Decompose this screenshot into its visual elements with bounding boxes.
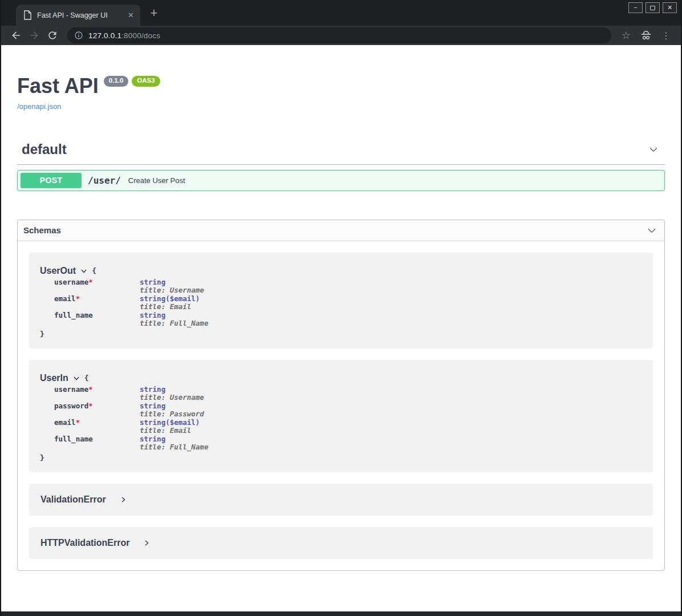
model-userin-header[interactable]: UserIn { [40, 373, 642, 383]
model-name: UserOut [40, 266, 76, 276]
page-favicon-icon [23, 10, 32, 20]
reload-icon[interactable] [47, 30, 58, 41]
property-row: full_name string [54, 311, 642, 320]
close-brace: } [40, 330, 642, 338]
api-info: Fast API 0.1.0 OAS3 /openapi.json [17, 75, 665, 111]
property-row: username* string [54, 278, 642, 287]
property-type: string [140, 311, 165, 320]
required-mark: * [88, 385, 93, 394]
property-name: email* [54, 295, 140, 303]
endpoint-summary: Create User Post [128, 176, 185, 185]
property-name: full_name [54, 435, 140, 444]
chevron-right-icon[interactable] [143, 540, 150, 546]
property-type: string [140, 435, 165, 444]
required-mark: * [88, 402, 93, 410]
property-type: string($email) [140, 419, 200, 427]
property-name: email* [54, 419, 140, 427]
browser-window: Fast API - Swagger UI ✕ + − ✕ 127.0.0.1:… [0, 0, 682, 616]
required-mark: * [76, 418, 80, 427]
method-badge: POST [21, 173, 82, 188]
property-title: title: Full_Name [140, 319, 642, 328]
page-content: Fast API 0.1.0 OAS3 /openapi.json defaul… [1, 45, 681, 611]
schemas-title: Schemas [23, 225, 61, 235]
schemas-section: Schemas UserOut { [17, 220, 665, 571]
model-validationerror-header[interactable]: ValidationError [40, 495, 642, 505]
property-name: username* [54, 386, 140, 394]
tag-section-default[interactable]: default [17, 139, 665, 165]
endpoint-post-user[interactable]: POST /user/ Create User Post [17, 170, 665, 191]
model-name: HTTPValidationError [40, 538, 129, 548]
url-text: 127.0.0.1:8000/docs [88, 31, 160, 40]
minimize-icon: − [634, 5, 637, 11]
property-name: password* [54, 402, 140, 411]
model-userin: UserIn { username* string title: User [29, 360, 653, 472]
model-toggle-chevron-down-icon[interactable] [80, 268, 87, 274]
endpoint-path: /user/ [88, 175, 121, 186]
tab-strip: Fast API - Swagger UI ✕ + − ✕ [0, 0, 682, 26]
chevron-down-icon[interactable] [648, 144, 659, 155]
property-name: username* [54, 278, 140, 287]
bookmark-star-icon[interactable]: ☆ [622, 29, 631, 42]
property-row: full_name string [54, 435, 642, 444]
url-host: 127.0.0.1 [88, 31, 121, 40]
model-userout: UserOut { username* string title: Use [29, 253, 653, 348]
maximize-button[interactable] [646, 2, 660, 13]
oas3-badge: OAS3 [132, 76, 160, 87]
property-title: title: Email [140, 427, 642, 435]
property-title: title: Full_Name [140, 443, 642, 452]
site-info-icon[interactable] [74, 31, 83, 40]
model-name: ValidationError [40, 495, 106, 505]
property-row: username* string [54, 386, 642, 394]
property-type: string [140, 278, 165, 287]
tag-name: default [22, 141, 67, 157]
chevron-right-icon[interactable] [120, 496, 127, 503]
incognito-icon [640, 30, 652, 41]
tab-close-icon[interactable]: ✕ [127, 11, 135, 19]
open-brace: { [92, 266, 96, 275]
minimize-button[interactable]: − [628, 2, 643, 13]
window-bottom-border [0, 611, 682, 616]
tab-title: Fast API - Swagger UI [37, 11, 121, 19]
address-bar[interactable]: 127.0.0.1:8000/docs [67, 27, 611, 43]
property-row: email* string($email) [54, 295, 642, 303]
property-title: title: Email [140, 303, 642, 311]
close-icon: ✕ [667, 5, 672, 11]
back-icon[interactable] [10, 30, 22, 41]
property-row: password* string [54, 402, 642, 411]
required-mark: * [88, 278, 93, 286]
property-type: string($email) [140, 295, 200, 303]
window-border-left [0, 0, 1, 616]
browser-menu-icon[interactable]: ⋮ [661, 30, 671, 41]
model-httpvalidationerror-header[interactable]: HTTPValidationError [40, 538, 642, 548]
model-validationerror: ValidationError [29, 484, 653, 516]
page-title: Fast API [17, 75, 99, 97]
maximize-icon [650, 6, 655, 10]
version-badge: 0.1.0 [104, 76, 129, 87]
property-row: email* string($email) [54, 419, 642, 427]
model-httpvalidationerror: HTTPValidationError [29, 527, 653, 559]
model-name: UserIn [40, 373, 68, 383]
model-toggle-chevron-down-icon[interactable] [73, 375, 80, 382]
required-mark: * [76, 294, 80, 303]
browser-toolbar: 127.0.0.1:8000/docs ☆ ⋮ [0, 26, 682, 45]
property-type: string [140, 386, 165, 394]
openapi-json-link[interactable]: /openapi.json [17, 102, 61, 111]
open-brace: { [84, 374, 89, 382]
property-name: full_name [54, 311, 140, 320]
property-title: title: Username [140, 394, 642, 402]
forward-icon[interactable] [29, 30, 40, 41]
property-title: title: Username [140, 286, 642, 295]
new-tab-button[interactable]: + [147, 6, 161, 20]
browser-tab[interactable]: Fast API - Swagger UI ✕ [16, 5, 140, 26]
close-button[interactable]: ✕ [663, 2, 677, 13]
window-controls: − ✕ [628, 2, 677, 13]
property-title: title: Password [140, 410, 642, 419]
model-userout-header[interactable]: UserOut { [40, 266, 642, 276]
schemas-header[interactable]: Schemas [18, 220, 664, 241]
close-brace: } [40, 453, 642, 462]
url-path: :8000/docs [121, 31, 160, 40]
property-type: string [140, 402, 165, 411]
chevron-down-icon[interactable] [646, 225, 657, 236]
